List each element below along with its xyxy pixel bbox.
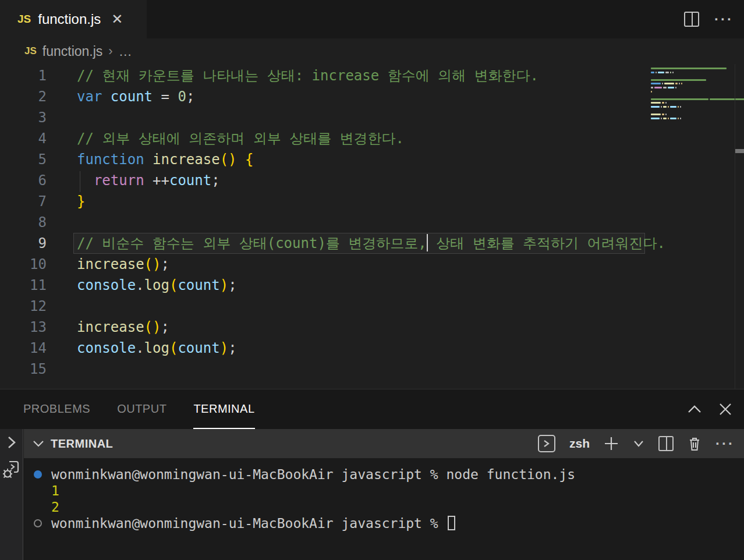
terminal-line: 1 <box>24 483 744 499</box>
code-line-3[interactable] <box>0 107 646 128</box>
panel-tab-problems[interactable]: PROBLEMS <box>23 389 90 429</box>
code-line-4[interactable]: // 외부 상태에 의존하며 외부 상태를 변경한다. <box>0 128 646 149</box>
code-token: () <box>144 256 161 272</box>
code-token: . <box>136 277 144 293</box>
code-token: ; <box>161 319 169 335</box>
code-token: () <box>220 151 237 168</box>
panel-side-strip <box>0 429 23 560</box>
code-token: console <box>77 277 136 293</box>
code-token: ; <box>161 256 169 272</box>
panel-tab-output[interactable]: OUTPUT <box>117 389 166 429</box>
code-line-1[interactable]: // 현재 카운트를 나타내는 상태: increase 함수에 의해 변화한다… <box>0 65 646 86</box>
code-token: count <box>178 340 219 356</box>
breadcrumb: JS function.js › … <box>0 38 646 64</box>
code-token: var <box>77 88 102 105</box>
maximize-panel-icon[interactable] <box>687 405 702 414</box>
code-line-13[interactable]: increase(); <box>0 317 646 338</box>
code-token: log <box>144 340 169 356</box>
terminal-panel-title[interactable]: TERMINAL <box>51 437 113 451</box>
new-terminal-icon[interactable] <box>604 436 619 451</box>
code-token: ( <box>169 340 178 356</box>
minimap-line <box>651 91 652 93</box>
terminal-text: wonminkwan@wonmingwan-ui-MacBookAir java… <box>51 516 447 531</box>
code-token: // 외부 상태에 의존하며 외부 상태를 변경한다. <box>77 130 404 147</box>
code-token <box>237 151 245 168</box>
code-line-10[interactable]: increase(); <box>0 254 646 275</box>
code-token: 상태 변화를 추적하기 어려워진다. <box>428 235 665 251</box>
code-line-15[interactable] <box>0 359 646 380</box>
split-editor-icon[interactable] <box>684 12 699 27</box>
code-line-5[interactable]: function increase() { <box>0 149 646 170</box>
code-line-9[interactable]: // 비순수 함수는 외부 상태(count)를 변경하므로, 상태 변화를 추… <box>0 233 646 254</box>
command-success-dot <box>34 470 42 479</box>
chevron-right-icon[interactable] <box>5 434 19 451</box>
code-editor[interactable]: 123456789101112131415 // 현재 카운트를 나타내는 상태… <box>0 64 744 389</box>
indent-guide <box>80 171 80 192</box>
more-actions-icon[interactable]: ··· <box>714 11 734 27</box>
terminal-cursor <box>448 516 455 530</box>
code-line-8[interactable] <box>0 212 646 233</box>
code-token: count <box>169 172 211 189</box>
close-tab-icon[interactable]: ✕ <box>111 11 123 27</box>
terminal-more-icon[interactable]: ··· <box>715 435 735 452</box>
terminal-text: 1 <box>51 483 59 498</box>
code-token: increase <box>77 319 144 335</box>
terminal-output[interactable]: wonminkwan@wonmingwan-ui-MacBookAir java… <box>24 458 744 560</box>
js-file-icon: JS <box>17 13 31 26</box>
terminal-dropdown-icon[interactable] <box>633 440 644 448</box>
tab-function-js[interactable]: JS function.js ✕ <box>0 0 147 38</box>
code-lines[interactable]: // 현재 카운트를 나타내는 상태: increase 함수에 의해 변화한다… <box>0 65 646 380</box>
breadcrumb-symbol-more[interactable]: … <box>119 44 132 59</box>
terminal-line: wonminkwan@wonmingwan-ui-MacBookAir java… <box>24 515 744 531</box>
code-token: // 현재 카운트를 나타내는 상태: increase 함수에 의해 변화한다… <box>77 68 538 84</box>
code-token: function <box>77 151 144 168</box>
overview-ruler[interactable] <box>735 64 744 389</box>
code-token: ; <box>186 88 194 105</box>
code-line-11[interactable]: console.log(count); <box>0 275 646 296</box>
kill-terminal-icon[interactable] <box>688 436 702 452</box>
bottom-panel: PROBLEMSOUTPUTTERMINAL <box>0 389 744 560</box>
code-token: // 비순수 함수는 외부 상태(count)를 변경하므로, <box>77 235 427 251</box>
code-token: return <box>94 172 144 189</box>
editor-tab-bar: JS function.js ✕ ··· <box>0 0 744 38</box>
terminal-line: 2 <box>24 499 744 515</box>
split-terminal-icon[interactable] <box>658 436 674 451</box>
code-line-12[interactable] <box>0 296 646 317</box>
minimap-line <box>651 102 667 104</box>
code-line-2[interactable]: var count = 0; <box>0 86 646 107</box>
minimap-line <box>651 72 674 73</box>
code-token: = <box>153 88 178 105</box>
minimap-line <box>651 83 682 84</box>
terminal-text: 2 <box>51 499 59 515</box>
code-token: ( <box>169 277 178 293</box>
code-token <box>102 88 110 105</box>
minimap-line <box>651 68 727 69</box>
vscode-window: JS function.js ✕ ··· JS function.js › … … <box>0 0 744 560</box>
chevron-down-icon[interactable] <box>32 439 45 448</box>
breadcrumb-file[interactable]: function.js <box>42 44 103 59</box>
debug-terminal-icon[interactable] <box>2 459 21 479</box>
code-token: count <box>178 277 219 293</box>
terminal-header: TERMINAL zsh <box>24 429 744 458</box>
code-token: increase <box>77 256 144 272</box>
code-token: 0 <box>178 88 186 105</box>
code-token: ; <box>228 340 236 356</box>
code-token: ++ <box>144 172 169 189</box>
minimap-line <box>651 106 681 108</box>
shell-name-label[interactable]: zsh <box>569 437 590 451</box>
code-token <box>144 151 153 168</box>
code-token: () <box>144 319 161 335</box>
minimap[interactable] <box>646 65 735 389</box>
code-token: ; <box>228 277 236 293</box>
code-line-6[interactable]: return ++count; <box>0 170 646 191</box>
launch-profile-icon[interactable] <box>538 435 555 452</box>
minimap-line <box>651 114 667 115</box>
js-file-icon-small: JS <box>24 45 37 57</box>
code-token: ) <box>220 340 228 356</box>
code-token: . <box>136 340 144 356</box>
panel-tab-terminal[interactable]: TERMINAL <box>193 389 254 429</box>
code-line-7[interactable]: } <box>0 191 646 212</box>
code-line-14[interactable]: console.log(count); <box>0 338 646 359</box>
code-token: ; <box>211 172 219 189</box>
close-panel-icon[interactable] <box>718 402 732 416</box>
